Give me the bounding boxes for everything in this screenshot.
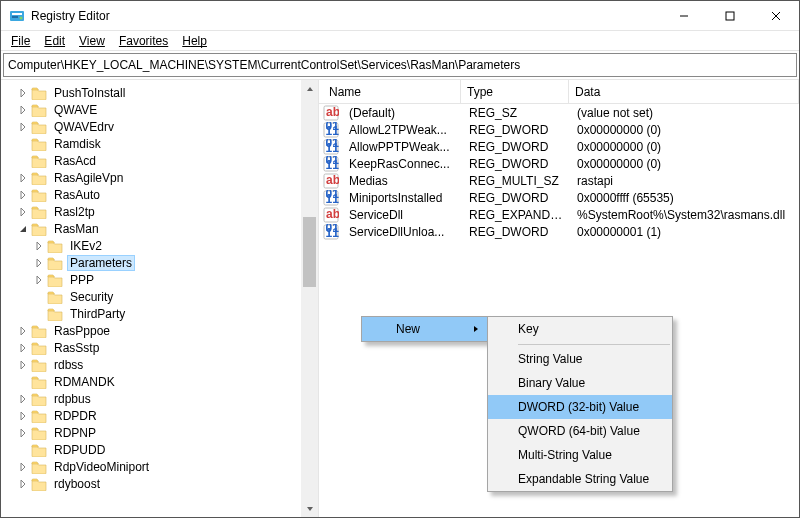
tree-item-security[interactable]: Security bbox=[1, 288, 318, 305]
close-button[interactable] bbox=[753, 1, 799, 31]
expand-icon[interactable] bbox=[17, 87, 29, 99]
tree-label: RasSstp bbox=[51, 341, 102, 355]
expand-icon[interactable] bbox=[17, 172, 29, 184]
expand-icon[interactable] bbox=[17, 376, 29, 388]
value-row[interactable]: 011110AllowL2TPWeak...REG_DWORD0x0000000… bbox=[319, 121, 799, 138]
scroll-thumb[interactable] bbox=[303, 217, 316, 287]
value-name: AllowPPTPWeak... bbox=[343, 140, 463, 154]
tree-item-rdmandk[interactable]: RDMANDK bbox=[1, 373, 318, 390]
svg-text:110: 110 bbox=[326, 158, 340, 172]
tree-item-parameters[interactable]: Parameters bbox=[1, 254, 318, 271]
expand-icon[interactable] bbox=[33, 291, 45, 303]
menu-favorites[interactable]: Favorites bbox=[113, 32, 174, 50]
tree-item-raspppoe[interactable]: RasPppoe bbox=[1, 322, 318, 339]
folder-icon bbox=[31, 443, 47, 457]
ctx-item[interactable]: Multi-String Value bbox=[488, 443, 672, 467]
folder-icon bbox=[31, 188, 47, 202]
tree-item-ikev2[interactable]: IKEv2 bbox=[1, 237, 318, 254]
column-name[interactable]: Name bbox=[319, 80, 461, 103]
menu-file[interactable]: File bbox=[5, 32, 36, 50]
address-bar[interactable]: Computer\HKEY_LOCAL_MACHINE\SYSTEM\Curre… bbox=[3, 53, 797, 77]
menu-edit[interactable]: Edit bbox=[38, 32, 71, 50]
tree-pane[interactable]: PushToInstallQWAVEQWAVEdrvRamdiskRasAcdR… bbox=[1, 80, 319, 517]
ctx-item[interactable]: Key bbox=[488, 317, 672, 341]
ctx-item[interactable]: QWORD (64-bit) Value bbox=[488, 419, 672, 443]
maximize-button[interactable] bbox=[707, 1, 753, 31]
value-data: 0x00000000 (0) bbox=[571, 123, 799, 137]
expand-icon[interactable] bbox=[33, 308, 45, 320]
scroll-down-icon[interactable] bbox=[301, 500, 318, 517]
menu-help[interactable]: Help bbox=[176, 32, 213, 50]
expand-icon[interactable] bbox=[17, 155, 29, 167]
value-row[interactable]: abMediasREG_MULTI_SZrastapi bbox=[319, 172, 799, 189]
tree-item-rdpdr[interactable]: RDPDR bbox=[1, 407, 318, 424]
ctx-item[interactable]: Binary Value bbox=[488, 371, 672, 395]
tree-item-rdbss[interactable]: rdbss bbox=[1, 356, 318, 373]
column-data[interactable]: Data bbox=[569, 80, 799, 103]
expand-icon[interactable] bbox=[17, 121, 29, 133]
tree-item-rasagilevpn[interactable]: RasAgileVpn bbox=[1, 169, 318, 186]
binary-icon: 011110 bbox=[323, 224, 339, 240]
folder-icon bbox=[31, 171, 47, 185]
value-name: KeepRasConnec... bbox=[343, 157, 463, 171]
tree-item-rdyboost[interactable]: rdyboost bbox=[1, 475, 318, 492]
menu-view[interactable]: View bbox=[73, 32, 111, 50]
titlebar[interactable]: Registry Editor bbox=[1, 1, 799, 31]
ctx-item[interactable]: String Value bbox=[488, 347, 672, 371]
scroll-up-icon[interactable] bbox=[301, 80, 318, 97]
ctx-new[interactable]: New bbox=[362, 317, 488, 341]
expand-icon[interactable] bbox=[17, 444, 29, 456]
tree-item-rasman[interactable]: RasMan bbox=[1, 220, 318, 237]
tree-item-ppp[interactable]: PPP bbox=[1, 271, 318, 288]
tree-item-rasacd[interactable]: RasAcd bbox=[1, 152, 318, 169]
value-data: %SystemRoot%\System32\rasmans.dll bbox=[571, 208, 799, 222]
svg-rect-1 bbox=[12, 13, 22, 15]
value-row[interactable]: ab(Default)REG_SZ(value not set) bbox=[319, 104, 799, 121]
expand-icon[interactable] bbox=[17, 410, 29, 422]
expand-icon[interactable] bbox=[17, 393, 29, 405]
folder-icon bbox=[31, 120, 47, 134]
tree-scrollbar[interactable] bbox=[301, 80, 318, 517]
folder-icon bbox=[47, 256, 63, 270]
expand-icon[interactable] bbox=[33, 240, 45, 252]
tree-item-rdpbus[interactable]: rdpbus bbox=[1, 390, 318, 407]
list-pane[interactable]: Name Type Data ab(Default)REG_SZ(value n… bbox=[319, 80, 799, 517]
column-type[interactable]: Type bbox=[461, 80, 569, 103]
expand-icon[interactable] bbox=[17, 359, 29, 371]
tree-item-qwavedrv[interactable]: QWAVEdrv bbox=[1, 118, 318, 135]
ctx-item[interactable]: Expandable String Value bbox=[488, 467, 672, 491]
value-row[interactable]: abServiceDllREG_EXPAND_SZ%SystemRoot%\Sy… bbox=[319, 206, 799, 223]
expand-icon[interactable] bbox=[17, 223, 29, 235]
expand-icon[interactable] bbox=[17, 325, 29, 337]
tree-item-thirdparty[interactable]: ThirdParty bbox=[1, 305, 318, 322]
expand-icon[interactable] bbox=[17, 478, 29, 490]
tree-item-rdpudd[interactable]: RDPUDD bbox=[1, 441, 318, 458]
expand-icon[interactable] bbox=[33, 257, 45, 269]
tree-item-qwave[interactable]: QWAVE bbox=[1, 101, 318, 118]
expand-icon[interactable] bbox=[17, 189, 29, 201]
tree-item-rassstp[interactable]: RasSstp bbox=[1, 339, 318, 356]
minimize-button[interactable] bbox=[661, 1, 707, 31]
expand-icon[interactable] bbox=[17, 104, 29, 116]
expand-icon[interactable] bbox=[17, 206, 29, 218]
value-data: 0x00000001 (1) bbox=[571, 225, 799, 239]
value-type: REG_SZ bbox=[463, 106, 571, 120]
tree-item-rasauto[interactable]: RasAuto bbox=[1, 186, 318, 203]
expand-icon[interactable] bbox=[17, 461, 29, 473]
expand-icon[interactable] bbox=[17, 138, 29, 150]
value-row[interactable]: 011110ServiceDllUnloa...REG_DWORD0x00000… bbox=[319, 223, 799, 240]
tree-item-rdpvideominiport[interactable]: RdpVideoMiniport bbox=[1, 458, 318, 475]
expand-icon[interactable] bbox=[33, 274, 45, 286]
tree-item-rasl2tp[interactable]: Rasl2tp bbox=[1, 203, 318, 220]
ctx-item[interactable]: DWORD (32-bit) Value bbox=[488, 395, 672, 419]
tree-item-rdpnp[interactable]: RDPNP bbox=[1, 424, 318, 441]
value-row[interactable]: 011110MiniportsInstalledREG_DWORD0x0000f… bbox=[319, 189, 799, 206]
expand-icon[interactable] bbox=[17, 342, 29, 354]
value-row[interactable]: 011110KeepRasConnec...REG_DWORD0x0000000… bbox=[319, 155, 799, 172]
folder-icon bbox=[31, 222, 47, 236]
expand-icon[interactable] bbox=[17, 427, 29, 439]
tree-item-ramdisk[interactable]: Ramdisk bbox=[1, 135, 318, 152]
value-name: (Default) bbox=[343, 106, 463, 120]
value-row[interactable]: 011110AllowPPTPWeak...REG_DWORD0x0000000… bbox=[319, 138, 799, 155]
tree-item-pushtoinstall[interactable]: PushToInstall bbox=[1, 84, 318, 101]
